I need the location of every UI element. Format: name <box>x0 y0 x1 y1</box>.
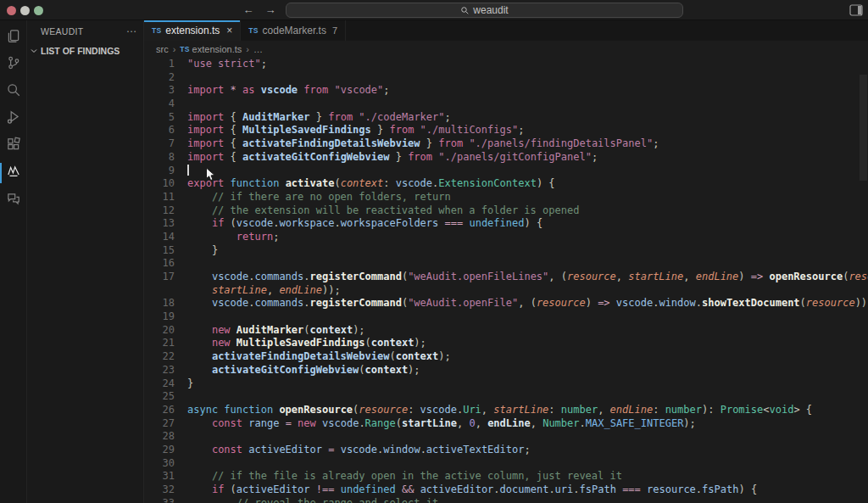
main-area: WEAUDIT ⋯ LIST OF FINDINGS TSextension.t… <box>0 20 868 503</box>
breadcrumb-label: extension.ts <box>192 44 242 54</box>
close-tab-icon[interactable]: × <box>226 25 232 36</box>
close-window-button[interactable] <box>7 6 16 15</box>
vertical-scrollbar[interactable] <box>860 75 867 181</box>
line-number: 26 <box>144 404 175 417</box>
code-line[interactable]: 15 } <box>144 244 868 258</box>
code-line[interactable]: 26async function openResource(resource: … <box>144 404 868 417</box>
code-line[interactable]: 4 <box>144 98 868 111</box>
command-center-search[interactable]: weaudit <box>286 3 683 18</box>
line-content <box>187 98 868 111</box>
code-line[interactable]: 11 // if there are no open folders, retu… <box>144 191 868 204</box>
code-line[interactable]: 16 <box>144 257 868 271</box>
layout-panel-icon[interactable] <box>849 4 863 16</box>
tab-problems-badge: 7 <box>332 25 337 36</box>
line-content: startLine, endLine)); <box>187 284 868 298</box>
line-number: 18 <box>144 297 175 310</box>
more-actions-button[interactable]: ⋯ <box>126 25 136 37</box>
breadcrumb-label: … <box>253 44 263 54</box>
activity-item-search[interactable] <box>0 78 27 105</box>
code-line[interactable]: 12 // the extension will be reactivated … <box>144 204 868 218</box>
line-number: 33 <box>144 497 175 503</box>
code-line[interactable]: 21 new MultipleSavedFindings(context); <box>144 337 868 350</box>
typescript-file-icon: TS <box>152 26 161 35</box>
code-line[interactable]: 24} <box>144 377 868 391</box>
code-line[interactable]: 20 new AuditMarker(context); <box>144 324 868 338</box>
line-number: 27 <box>144 417 175 431</box>
code-line[interactable]: 32 if (activeEditor !== undefined && act… <box>144 483 868 497</box>
tab-extension-ts[interactable]: TSextension.ts× <box>144 20 241 41</box>
breadcrumb-item[interactable]: src <box>156 44 169 54</box>
text-cursor <box>187 165 189 176</box>
activity-item-comments[interactable] <box>0 187 27 214</box>
comments-icon <box>6 191 21 210</box>
line-content: // the extension will be reactivated whe… <box>187 204 868 218</box>
files-icon <box>6 28 21 47</box>
breadcrumb[interactable]: src›TSextension.ts›… <box>144 41 868 58</box>
code-line[interactable]: 17 vscode.commands.registerCommand("weAu… <box>144 271 868 284</box>
line-content: vscode.commands.registerCommand("weAudit… <box>187 297 868 310</box>
activity-item-extensions[interactable] <box>0 132 27 159</box>
section-label: LIST OF FINDINGS <box>41 46 120 56</box>
zoom-window-button[interactable] <box>34 6 43 15</box>
code-line[interactable]: 22 activateFindingDetailsWebview(context… <box>144 350 868 364</box>
breadcrumb-item[interactable]: TSextension.ts <box>180 44 242 54</box>
line-number: 12 <box>144 204 175 218</box>
code-line[interactable]: 1"use strict"; <box>144 58 868 71</box>
line-content <box>187 165 868 178</box>
activity-item-run-and-debug[interactable] <box>0 105 27 132</box>
line-content: return; <box>187 231 868 244</box>
code-line[interactable]: 10export function activate(context: vsco… <box>144 177 868 191</box>
code-line[interactable]: 13 if (vscode.workspace.workspaceFolders… <box>144 217 868 231</box>
minimize-window-button[interactable] <box>20 6 30 15</box>
sidebar-section-list-of-findings[interactable]: LIST OF FINDINGS <box>27 42 143 59</box>
line-number: 30 <box>144 457 175 471</box>
line-number: 6 <box>144 124 175 137</box>
line-number: 19 <box>144 310 175 324</box>
line-content <box>187 430 868 444</box>
search-icon <box>460 6 470 15</box>
code-line[interactable]: 25 <box>144 390 868 404</box>
line-content: async function openResource(resource: vs… <box>187 404 868 417</box>
line-content: import * as vscode from "vscode"; <box>187 84 868 98</box>
breadcrumb-item[interactable]: … <box>253 44 263 54</box>
line-content: new AuditMarker(context); <box>187 324 868 338</box>
line-content: import { AuditMarker } from "./codeMarke… <box>187 111 868 125</box>
activity-item-explorer[interactable] <box>0 24 27 51</box>
breadcrumb-separator: › <box>246 44 249 54</box>
code-line[interactable]: 33 // reveal the range and select it <box>144 497 868 503</box>
line-number: 10 <box>144 177 175 191</box>
code-line[interactable]: 18 vscode.commands.registerCommand("weAu… <box>144 297 868 310</box>
activity-item-source-control[interactable] <box>0 51 27 78</box>
code-line[interactable]: 8import { activateGitConfigWebview } fro… <box>144 151 868 165</box>
activity-item-weaudit[interactable] <box>0 159 27 187</box>
code-line[interactable]: 3import * as vscode from "vscode"; <box>144 84 868 98</box>
line-content: activateGitConfigWebview(context); <box>187 364 868 377</box>
code-line[interactable]: 19 <box>144 310 868 324</box>
line-content: // if the file is already open in the ac… <box>187 470 868 483</box>
code-line[interactable]: 27 const range = new vscode.Range(startL… <box>144 417 868 431</box>
code-line[interactable]: 29 const activeEditor = vscode.window.ac… <box>144 444 868 457</box>
code-line[interactable]: 9 <box>144 165 868 178</box>
mouse-pointer-icon <box>205 167 217 182</box>
line-content: // reveal the range and select it <box>187 497 868 503</box>
code-editor[interactable]: 1"use strict";23import * as vscode from … <box>144 58 868 503</box>
code-line[interactable]: 23 activateGitConfigWebview(context); <box>144 364 868 377</box>
line-number: 17 <box>144 271 175 284</box>
sidebar: WEAUDIT ⋯ LIST OF FINDINGS <box>27 20 144 503</box>
code-line[interactable]: 6import { MultipleSavedFindings } from "… <box>144 124 868 137</box>
code-line[interactable]: startLine, endLine)); <box>144 284 868 298</box>
nav-back-button[interactable]: ← <box>240 3 257 18</box>
line-content <box>187 390 868 404</box>
code-line[interactable]: 7import { activateFindingDetailsWebview … <box>144 137 868 151</box>
breadcrumb-separator: › <box>173 44 176 54</box>
code-line[interactable]: 31 // if the file is already open in the… <box>144 470 868 483</box>
source-control-icon <box>6 55 21 74</box>
code-line[interactable]: 5import { AuditMarker } from "./codeMark… <box>144 111 868 125</box>
tab-codemarker-ts[interactable]: TScodeMarker.ts7 <box>241 20 346 41</box>
code-line[interactable]: 28 <box>144 430 868 444</box>
code-line[interactable]: 14 return; <box>144 231 868 244</box>
code-line[interactable]: 30 <box>144 457 868 471</box>
line-content: new MultipleSavedFindings(context); <box>187 337 868 350</box>
nav-forward-button[interactable]: → <box>262 3 279 18</box>
code-line[interactable]: 2 <box>144 71 868 85</box>
